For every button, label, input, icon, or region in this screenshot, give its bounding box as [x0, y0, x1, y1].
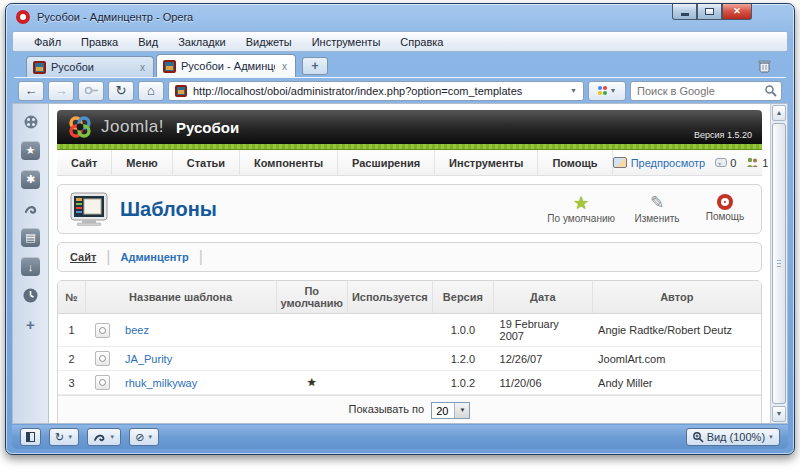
site-name: Русобои — [176, 119, 239, 136]
tab-close-icon[interactable]: x — [280, 61, 289, 72]
search-engine-button[interactable]: ▼ — [588, 81, 626, 101]
notes-panel-icon[interactable]: ▤ — [21, 228, 40, 247]
speed-dial-icon[interactable] — [21, 112, 40, 131]
unite-button[interactable]: ▼ — [87, 428, 121, 446]
zoom-control[interactable]: Вид (100%) ▼ — [686, 428, 780, 446]
help-button[interactable]: Помощь — [699, 194, 751, 224]
page-favicon-icon — [175, 85, 187, 97]
closed-tabs-trash-button[interactable] — [754, 57, 774, 74]
address-bar: ← → ↻ ⌂ http://localhost/oboi/administra… — [14, 77, 786, 103]
opera-window: Русобои - Админцентр - Opera ✕ Файл Прав… — [5, 3, 795, 455]
opera-logo-icon — [16, 10, 30, 24]
admin-menu-help[interactable]: Помощь — [538, 150, 612, 176]
rewind-button[interactable] — [78, 81, 104, 101]
menu-item-edit[interactable]: Правка — [72, 34, 127, 50]
lifebuoy-icon — [717, 194, 733, 210]
version-cell: 1.0.2 — [432, 371, 493, 395]
back-button[interactable]: ← — [18, 81, 44, 101]
admin-menu-extensions[interactable]: Расширения — [338, 150, 435, 176]
logged-in-users-count[interactable]: 1 — [746, 157, 768, 169]
add-panel-icon[interactable]: + — [21, 315, 40, 334]
author-cell: Andy Miller — [592, 371, 761, 395]
url-dropdown-icon[interactable]: ▼ — [570, 87, 577, 94]
history-panel-icon[interactable] — [21, 286, 40, 305]
trash-icon — [758, 59, 771, 73]
downloads-panel-icon[interactable]: ↓ — [21, 257, 40, 276]
reload-button[interactable]: ↻ — [108, 81, 134, 101]
scroll-down-button[interactable]: ▼ — [772, 406, 786, 422]
unite-panel-icon[interactable] — [21, 199, 40, 218]
menu-item-bookmarks[interactable]: Закладки — [169, 34, 235, 50]
address-field[interactable]: http://localhost/oboi/administrator/inde… — [168, 81, 584, 101]
widgets-panel-icon[interactable]: ✱ — [21, 170, 40, 189]
templates-icon — [68, 191, 110, 227]
template-name-link[interactable]: JA_Purity — [125, 353, 172, 365]
menu-item-file[interactable]: Файл — [25, 34, 70, 50]
admin-menu-content[interactable]: Статьи — [173, 150, 240, 176]
date-cell: 12/26/07 — [494, 347, 593, 371]
tab-site[interactable]: Сайт — [70, 251, 96, 263]
bookmarks-panel-icon[interactable]: ★ — [21, 141, 40, 160]
new-tab-button[interactable]: + — [302, 57, 328, 75]
admin-menu-site[interactable]: Сайт — [57, 150, 112, 176]
joomla-logo-icon — [67, 114, 93, 140]
users-icon — [746, 157, 759, 168]
tab-bar: Русобои x Русобои - Админцентр x + — [18, 54, 782, 77]
key-icon — [84, 86, 99, 95]
template-radio[interactable] — [95, 323, 110, 338]
admin-menu-tools[interactable]: Инструменты — [435, 150, 538, 176]
used-cell — [347, 347, 432, 371]
joomla-brand: Joomla! — [101, 117, 164, 137]
template-name-link[interactable]: beez — [125, 324, 149, 336]
page-favicon-icon — [163, 60, 176, 73]
page-size-select[interactable]: 20 ▼ — [431, 402, 470, 419]
close-button[interactable]: ✕ — [722, 4, 752, 20]
version-label: Версия 1.5.20 — [694, 130, 752, 140]
page-title: Шаблоны — [120, 198, 217, 221]
col-default[interactable]: По умолчанию — [276, 281, 347, 314]
engine-dropdown-icon: ▼ — [610, 87, 617, 94]
scroll-up-button[interactable]: ▲ — [772, 105, 786, 121]
col-number: № — [58, 281, 85, 314]
admin-quickbar: Предпросмотр 0 1 ✕Выйти — [613, 157, 770, 169]
pagination-label: Показывать по — [349, 403, 425, 415]
admin-menu-components[interactable]: Компоненты — [240, 150, 338, 176]
col-author: Автор — [592, 281, 761, 314]
template-radio[interactable] — [95, 375, 110, 390]
forward-button[interactable]: → — [48, 81, 74, 101]
default-cell — [276, 347, 347, 371]
search-icon[interactable] — [764, 84, 777, 97]
edit-button[interactable]: ✎ Изменить — [631, 194, 683, 224]
preview-link[interactable]: Предпросмотр — [613, 157, 706, 169]
table-row: 1 beez 1.0.0 19 February 2007 Angie Radt… — [58, 314, 761, 347]
col-date: Дата — [494, 281, 593, 314]
col-version: Версия — [432, 281, 493, 314]
col-name[interactable]: Название шаблона — [85, 281, 276, 314]
search-input[interactable] — [637, 85, 764, 97]
minimize-button[interactable] — [672, 4, 697, 20]
panel-toggle-button[interactable] — [20, 428, 41, 446]
menu-item-tools[interactable]: Инструменты — [303, 34, 390, 50]
admin-menu-menus[interactable]: Меню — [112, 150, 172, 176]
tab-close-icon[interactable]: x — [138, 62, 147, 73]
tab-rusoboi[interactable]: Русобои x — [26, 56, 154, 77]
home-button[interactable]: ⌂ — [138, 81, 164, 101]
table-row: 2 JA_Purity 1.2.0 12/26/07 JoomlArt.com — [58, 347, 761, 371]
default-button[interactable]: ★ По умолчанию — [547, 194, 615, 224]
message-count[interactable]: 0 — [715, 157, 736, 169]
scroll-thumb[interactable] — [772, 123, 786, 404]
menu-item-help[interactable]: Справка — [391, 34, 452, 50]
admin-menu-bar: Сайт Меню Статьи Компоненты Расширения И… — [57, 150, 762, 176]
content-blocker-button[interactable]: ⊘▼ — [129, 428, 159, 446]
menu-item-widgets[interactable]: Виджеты — [237, 34, 301, 50]
tab-admin-active[interactable]: Русобои - Админцентр x — [156, 54, 296, 77]
select-dropdown-icon: ▼ — [454, 403, 469, 418]
template-radio[interactable] — [95, 351, 110, 366]
maximize-button[interactable] — [697, 4, 722, 20]
sync-button[interactable]: ↻▼ — [49, 428, 79, 446]
template-name-link[interactable]: rhuk_milkyway — [125, 377, 197, 389]
row-number: 3 — [58, 371, 85, 395]
menu-item-view[interactable]: Вид — [129, 34, 167, 50]
col-used[interactable]: Используется — [347, 281, 432, 314]
tab-administrator[interactable]: Админцентр — [121, 251, 189, 263]
